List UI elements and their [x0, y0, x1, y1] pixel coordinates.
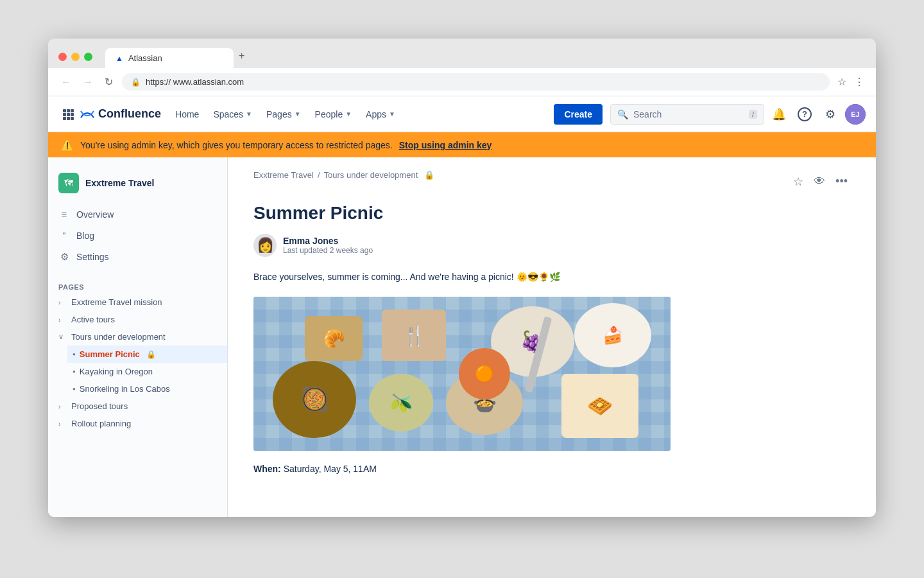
nav-right: 🔍 Search / 🔔 ? ⚙ EJ [610, 103, 866, 125]
titlebar: ▲ Atlassian + [48, 39, 876, 68]
overview-label: Overview [76, 209, 114, 220]
page-tree-item-summer-picnic[interactable]: ● Summer Picnic 🔒 [67, 346, 227, 363]
lock-breadcrumb-icon: 🔒 [424, 170, 434, 180]
chevron-down-icon: ∨ [58, 333, 67, 341]
page-label: Exxtreme Travel mission [71, 297, 162, 307]
svg-rect-6 [63, 117, 66, 120]
food-item: 🍴 [382, 310, 446, 361]
author-avatar: 👩 [253, 234, 277, 257]
food-item: 🧇 [561, 374, 638, 438]
help-button[interactable]: ? [794, 103, 816, 125]
page-label: Rollout planning [71, 419, 131, 428]
search-shortcut: / [749, 110, 757, 119]
food-item: 🥐 [305, 316, 363, 361]
svg-rect-2 [71, 109, 74, 112]
more-actions-button[interactable]: ••• [833, 172, 850, 191]
space-icon-letter: 🗺 [64, 178, 73, 188]
user-avatar[interactable]: EJ [845, 104, 866, 125]
traffic-lights [58, 53, 92, 61]
settings-label: Settings [76, 252, 109, 262]
nav-apps[interactable]: Apps ▼ [359, 104, 402, 125]
tab-favicon: ▲ [116, 54, 123, 63]
page-tree-sub: ● Summer Picnic 🔒 ● Kayaking in Oregon ●… [48, 346, 227, 398]
page-tree-item-snorkeling[interactable]: ● Snorkeling in Los Cabos [67, 380, 227, 398]
reload-button[interactable]: ↻ [102, 74, 116, 89]
page-label: Summer Picnic [80, 349, 140, 359]
search-text: Search [633, 109, 744, 119]
settings-button[interactable]: ⚙ [819, 103, 841, 125]
page-tree-item-mission[interactable]: › Exxtreme Travel mission [48, 293, 227, 311]
breadcrumb-separator: / [318, 170, 320, 180]
page-tree-item-active-tours[interactable]: › Active tours [48, 311, 227, 328]
nav-spaces[interactable]: Spaces ▼ [207, 104, 259, 125]
minimize-button[interactable] [71, 53, 80, 61]
settings-nav-icon: ⚙ [58, 251, 70, 263]
apps-grid-button[interactable] [58, 105, 78, 124]
page-tree-item-proposed[interactable]: › Proposed tours [48, 398, 227, 415]
sidebar-item-blog[interactable]: " Blog [48, 225, 227, 246]
when-value: Saturday, May 5, 11AM [284, 464, 377, 474]
sidebar-item-overview[interactable]: ≡ Overview [48, 204, 227, 225]
close-button[interactable] [58, 53, 67, 61]
active-tab[interactable]: ▲ Atlassian [105, 48, 234, 68]
maximize-button[interactable] [84, 53, 92, 61]
watch-button[interactable]: 👁 [811, 172, 828, 191]
breadcrumb-space[interactable]: Exxtreme Travel [253, 170, 314, 180]
page-label: Kayaking in Oregon [80, 367, 153, 376]
browser-toolbar: ← → ↻ 🔒 https:// www.atlassian.com ☆ ⋮ [48, 68, 876, 96]
blog-label: Blog [76, 231, 94, 241]
breadcrumb-parent[interactable]: Tours under development [324, 170, 418, 180]
nav-people[interactable]: People ▼ [309, 104, 359, 125]
notifications-button[interactable]: 🔔 [768, 103, 790, 125]
food-item: 🥘 [273, 361, 356, 438]
svg-rect-3 [63, 113, 66, 116]
chevron-right-icon: › [58, 316, 67, 324]
svg-rect-1 [67, 109, 70, 112]
bullet-icon: ● [73, 351, 76, 357]
chevron-right-icon: › [58, 403, 67, 410]
sidebar-item-settings[interactable]: ⚙ Settings [48, 246, 227, 268]
url-text: https:// www.atlassian.com [146, 77, 244, 87]
food-item: 🍰 [574, 303, 651, 367]
sidebar: 🗺 Exxtreme Travel ≡ Overview " Blog ⚙ Se… [48, 157, 228, 517]
people-caret: ▼ [345, 110, 352, 118]
when-label: When: [253, 464, 281, 474]
space-name: Exxtreme Travel [85, 178, 154, 188]
page-when: When: Saturday, May 5, 11AM [253, 464, 850, 474]
address-bar[interactable]: 🔒 https:// www.atlassian.com [122, 73, 830, 91]
nav-pages[interactable]: Pages ▼ [260, 104, 307, 125]
back-button[interactable]: ← [58, 75, 74, 89]
page-actions: ☆ 👁 ••• [791, 172, 850, 191]
search-icon: 🔍 [617, 109, 628, 119]
author-info: Emma Jones Last updated 2 weeks ago [283, 236, 373, 255]
lock-icon: 🔒 [131, 78, 141, 87]
gear-icon: ⚙ [825, 107, 835, 121]
pages-section-label: PAGES [48, 278, 227, 293]
page-tree-item-kayaking[interactable]: ● Kayaking in Oregon [67, 363, 227, 380]
svg-rect-0 [63, 109, 66, 112]
space-icon: 🗺 [58, 173, 79, 193]
page-tree-item-tours-dev[interactable]: ∨ Tours under development [48, 328, 227, 346]
forward-button[interactable]: → [80, 75, 96, 89]
bookmark-button[interactable]: ☆ [836, 74, 848, 89]
bell-icon: 🔔 [772, 107, 786, 121]
content-area: Exxtreme Travel / Tours under developmen… [228, 157, 876, 517]
logo-text: Confluence [98, 107, 161, 121]
browser-toolbar-icons: ☆ ⋮ [836, 74, 866, 89]
author-name: Emma Jones [283, 236, 373, 246]
top-nav: Confluence Home Spaces ▼ Pages ▼ People … [48, 96, 876, 132]
sidebar-header: 🗺 Exxtreme Travel [48, 168, 227, 204]
banner-message: You're using admin key, which gives you … [80, 140, 393, 150]
new-tab-button[interactable]: + [234, 45, 250, 67]
stop-admin-key-link[interactable]: Stop using admin key [399, 140, 492, 150]
nav-home[interactable]: Home [169, 104, 205, 125]
page-tree-item-rollout[interactable]: › Rollout planning [48, 415, 227, 432]
create-button[interactable]: Create [554, 104, 603, 125]
star-button[interactable]: ☆ [791, 172, 806, 191]
search-bar[interactable]: 🔍 Search / [610, 104, 764, 125]
menu-button[interactable]: ⋮ [853, 74, 866, 89]
blog-icon: " [58, 230, 70, 241]
confluence-logo[interactable]: Confluence [80, 107, 161, 121]
spaces-caret: ▼ [246, 110, 252, 118]
overview-icon: ≡ [58, 209, 70, 220]
